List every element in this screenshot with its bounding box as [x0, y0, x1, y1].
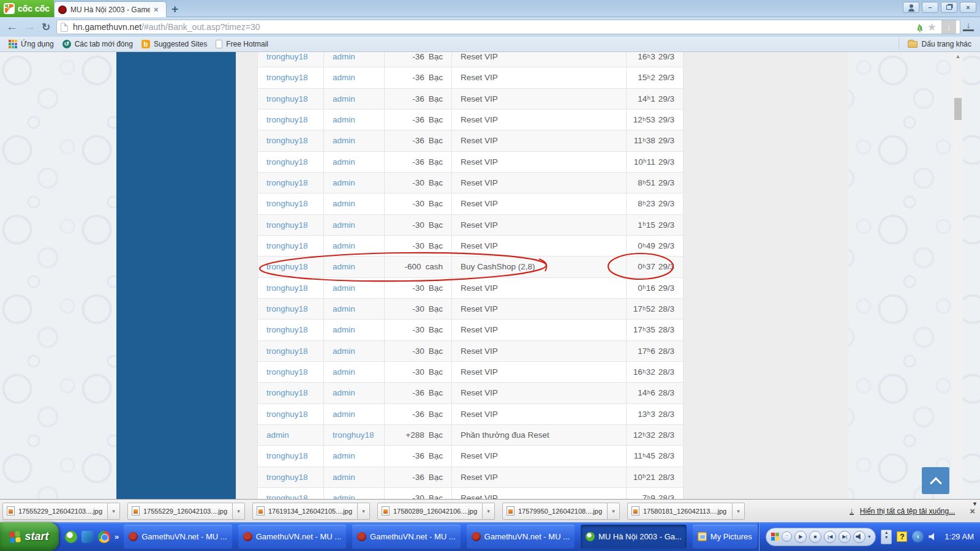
download-open-button[interactable]: 17619134_126042105....jpg	[252, 503, 358, 520]
download-dropdown-button[interactable]: ▾	[608, 503, 620, 520]
taskbar-window-button[interactable]: MU Hà Nội 2003 - Ga...	[581, 525, 687, 549]
to-user-link[interactable]: admin	[333, 283, 355, 293]
from-user-link[interactable]: tronghuy18	[266, 493, 308, 499]
to-user-link[interactable]: admin	[333, 199, 355, 208]
to-user-link[interactable]: admin	[333, 367, 355, 377]
to-user-link[interactable]: tronghuy18	[333, 430, 374, 440]
bookmark-item[interactable]: b Suggested Sites	[141, 40, 207, 48]
from-user-link[interactable]: tronghuy18	[266, 73, 308, 82]
download-helper-icon[interactable]: ↓	[941, 20, 956, 34]
tray-collapse-icon[interactable]: ‹	[912, 531, 924, 542]
from-user-link[interactable]: admin	[266, 430, 289, 440]
volume-dropdown-icon[interactable]: ▾	[868, 534, 870, 539]
to-user-link[interactable]: admin	[333, 451, 355, 460]
from-user-link[interactable]: tronghuy18	[266, 136, 308, 145]
from-user-link[interactable]: tronghuy18	[266, 367, 308, 377]
bookmark-item[interactable]: Ứng dụng	[9, 40, 54, 48]
download-open-button[interactable]: 17580289_126042106....jpg	[377, 503, 483, 520]
to-user-link[interactable]: admin	[333, 473, 355, 482]
minimize-button[interactable]: –	[922, 2, 938, 13]
volume-icon[interactable]	[853, 531, 865, 543]
to-user-link[interactable]: admin	[333, 388, 355, 397]
play-icon[interactable]: ▶	[794, 531, 807, 543]
page-scrollbar[interactable]: ▲	[953, 52, 963, 499]
to-user-link[interactable]: admin	[333, 241, 355, 250]
tray-help-icon[interactable]: ?	[897, 531, 907, 542]
address-bar[interactable]: hn.gamethuvn.net /#auth/Bank_out.asp?tim…	[56, 20, 960, 34]
to-user-link[interactable]: admin	[333, 94, 355, 103]
from-user-link[interactable]: tronghuy18	[266, 220, 308, 230]
previous-track-icon[interactable]: |◀	[824, 531, 836, 543]
downloads-bar-chevron-icon[interactable]: ▼	[972, 501, 978, 507]
download-dropdown-button[interactable]: ▾	[358, 503, 370, 520]
download-dropdown-button[interactable]: ▾	[233, 503, 245, 520]
from-user-link[interactable]: tronghuy18	[266, 283, 308, 293]
taskbar-window-button[interactable]: GamethuVN.net - MU ...	[467, 525, 575, 549]
to-user-link[interactable]: admin	[333, 52, 355, 61]
to-user-link[interactable]: admin	[333, 178, 355, 187]
from-user-link[interactable]: tronghuy18	[266, 115, 308, 124]
to-user-link[interactable]: admin	[333, 493, 355, 499]
to-user-link[interactable]: admin	[333, 115, 355, 124]
to-user-link[interactable]: admin	[333, 157, 355, 167]
forward-button[interactable]: →	[24, 20, 36, 34]
from-user-link[interactable]: tronghuy18	[266, 473, 308, 482]
tab-close-icon[interactable]: ×	[154, 5, 159, 14]
bookmark-item[interactable]: Free Hotmail	[216, 40, 268, 48]
other-bookmarks-button[interactable]: Dấu trang khác	[899, 39, 971, 50]
vietnamese-ime-icon[interactable]: ạ̀	[917, 22, 922, 32]
to-user-link[interactable]: admin	[333, 410, 355, 419]
downloads-bar-close-icon[interactable]: ×	[970, 506, 975, 516]
next-track-icon[interactable]: ▶|	[839, 531, 851, 543]
taskbar-window-button[interactable]: GamethuVN.net - MU ...	[124, 525, 232, 549]
quicklaunch-coccoc-icon[interactable]	[65, 531, 77, 543]
taskbar-window-button[interactable]: My Pictures	[693, 525, 757, 549]
to-user-link[interactable]: admin	[333, 304, 355, 313]
from-user-link[interactable]: tronghuy18	[266, 241, 308, 250]
downloads-tray-icon[interactable]: ↓	[963, 21, 974, 31]
scroll-to-top-button[interactable]	[922, 467, 949, 494]
from-user-link[interactable]: tronghuy18	[266, 178, 308, 187]
to-user-link[interactable]: admin	[333, 220, 355, 230]
show-all-downloads-link[interactable]: Hiển thị tất cả tệp tải xuống...	[860, 507, 955, 515]
new-tab-button[interactable]: +	[172, 2, 178, 16]
from-user-link[interactable]: tronghuy18	[266, 157, 308, 167]
wmp-restore-widget[interactable]: ▲▼	[881, 530, 892, 544]
from-user-link[interactable]: tronghuy18	[266, 451, 308, 460]
download-open-button[interactable]: 17555229_126042103....jpg	[2, 503, 108, 520]
close-button[interactable]: ×	[960, 2, 976, 13]
browser-tab[interactable]: MU Hà Nội 2003 - GamethuVN ×	[54, 1, 167, 17]
to-user-link[interactable]: admin	[333, 73, 355, 82]
taskbar-window-button[interactable]: GamethuVN.net - MU ...	[238, 525, 346, 549]
wmp-chevron-icon[interactable]: ˆ	[782, 531, 792, 542]
from-user-link[interactable]: tronghuy18	[266, 52, 308, 61]
from-user-link[interactable]: tronghuy18	[266, 304, 308, 313]
download-open-button[interactable]: 17555229_126042103....jpg	[127, 503, 233, 520]
profile-button[interactable]	[903, 2, 919, 13]
tray-volume-icon[interactable]	[929, 533, 937, 541]
from-user-link[interactable]: tronghuy18	[266, 388, 308, 397]
quicklaunch-shield-icon[interactable]	[81, 531, 94, 543]
download-open-button[interactable]: 17580181_126042113....jpg	[627, 503, 733, 520]
download-dropdown-button[interactable]: ▾	[108, 503, 120, 520]
from-user-link[interactable]: tronghuy18	[266, 94, 308, 103]
from-user-link[interactable]: tronghuy18	[266, 262, 308, 271]
back-button[interactable]: ←	[6, 20, 18, 34]
to-user-link[interactable]: admin	[333, 136, 355, 145]
from-user-link[interactable]: tronghuy18	[266, 347, 308, 356]
from-user-link[interactable]: tronghuy18	[266, 325, 308, 334]
stop-icon[interactable]: ■	[809, 531, 821, 543]
reload-button[interactable]: ↻	[42, 21, 50, 34]
coccoc-menu-button[interactable]: cốc cốc	[0, 0, 54, 17]
bookmark-star-icon[interactable]: ★	[927, 21, 937, 34]
from-user-link[interactable]: tronghuy18	[266, 199, 308, 208]
restore-button[interactable]	[941, 2, 957, 13]
quicklaunch-chrome-icon[interactable]	[98, 531, 110, 543]
download-open-button[interactable]: 17579950_126042108....jpg	[502, 503, 608, 520]
quicklaunch-overflow-chevron[interactable]: »	[115, 532, 119, 541]
scrollbar-up-icon[interactable]: ▲	[953, 53, 963, 59]
to-user-link[interactable]: admin	[333, 347, 355, 356]
download-dropdown-button[interactable]: ▾	[733, 503, 745, 520]
download-dropdown-button[interactable]: ▾	[483, 503, 495, 520]
to-user-link[interactable]: admin	[333, 262, 355, 271]
